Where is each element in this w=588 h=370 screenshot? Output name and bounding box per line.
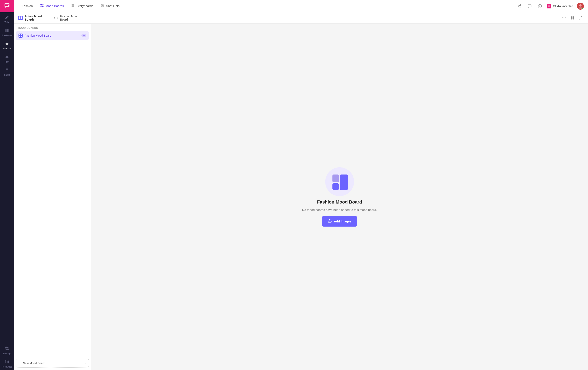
sidebar-item-plan[interactable]: Plan xyxy=(0,52,14,65)
active-mood-boards-dropdown[interactable]: Active Mood Boards ▾ xyxy=(25,15,55,21)
chevron-down-icon: ▾ xyxy=(54,16,55,19)
svg-point-25 xyxy=(579,7,582,9)
svg-point-24 xyxy=(579,4,581,6)
mood-board-item-name: Fashion Mood Board xyxy=(25,34,51,37)
svg-rect-29 xyxy=(573,18,574,20)
write-icon xyxy=(5,15,9,20)
shoot-icon xyxy=(5,68,9,73)
mb-icon-cell-3 xyxy=(332,183,339,190)
tab-fashion-label: Fashion xyxy=(22,4,33,8)
svg-rect-26 xyxy=(571,16,572,18)
play-action[interactable] xyxy=(536,3,543,10)
empty-state-title: Fashion Mood Board xyxy=(317,199,362,205)
sidebar-item-breakdown[interactable]: Breakdown xyxy=(0,25,14,39)
empty-state-icon-circle xyxy=(325,167,354,196)
mood-board-item-left: Fashion Mood Board xyxy=(19,33,51,38)
expand-button[interactable] xyxy=(577,15,584,21)
resources-icon xyxy=(5,360,9,365)
svg-rect-27 xyxy=(573,16,574,18)
mood-boards-tab-icon xyxy=(40,4,44,8)
breadcrumb-mood-board-icon xyxy=(18,16,23,20)
sidebar-item-shoot[interactable]: Shoot xyxy=(0,65,14,78)
studiobinder-logo xyxy=(547,4,551,9)
sidebar-item-resources[interactable]: Resources xyxy=(0,357,14,370)
sidebar-item-label-visualize: Visualize xyxy=(3,48,11,50)
upload-icon xyxy=(328,219,332,224)
svg-marker-22 xyxy=(539,5,541,7)
company-name: StudioBinder Inc. xyxy=(553,5,574,8)
svg-rect-0 xyxy=(5,3,9,7)
left-panel: Active Mood Boards ▾ › Fashion Mood Boar… xyxy=(14,12,91,370)
svg-rect-6 xyxy=(42,4,43,5)
new-mood-board-chevron: ▾ xyxy=(84,362,86,365)
new-mood-board-button[interactable]: + New Mood Board ▾ xyxy=(16,359,89,368)
mood-board-item-count: 0 xyxy=(81,34,86,37)
list-item[interactable]: Fashion Mood Board 0 xyxy=(16,31,89,40)
new-mood-board-label: New Mood Board xyxy=(23,361,45,365)
svg-rect-28 xyxy=(571,18,572,20)
mood-board-list: Fashion Mood Board 0 xyxy=(14,31,91,40)
sidebar-item-label-plan: Plan xyxy=(5,61,9,63)
plan-icon xyxy=(5,55,9,60)
sidebar-logo-area[interactable] xyxy=(0,0,14,12)
svg-marker-1 xyxy=(5,42,9,45)
new-mood-board-btn-left: + New Mood Board xyxy=(19,361,45,365)
more-options-button[interactable]: ··· xyxy=(561,15,567,21)
breadcrumb-current-item: Fashion Mood Board xyxy=(60,15,87,21)
empty-state: Fashion Mood Board No mood boards have b… xyxy=(302,167,377,227)
comment-action[interactable] xyxy=(526,3,533,10)
tab-shot-lists-label: Shot Lists xyxy=(106,4,119,8)
svg-rect-10 xyxy=(73,4,74,6)
tab-fashion[interactable]: Fashion xyxy=(18,0,36,12)
svg-rect-2 xyxy=(6,360,6,363)
sidebar-item-label-write: Write xyxy=(5,21,10,23)
svg-rect-3 xyxy=(7,361,7,363)
svg-rect-9 xyxy=(72,4,73,6)
sidebar-item-visualize[interactable]: Visualize xyxy=(0,39,14,52)
breakdown-icon xyxy=(5,28,9,33)
share-action[interactable] xyxy=(516,3,523,10)
user-avatar[interactable] xyxy=(577,3,584,10)
mood-board-big-icon xyxy=(332,174,347,189)
main-content: Fashion Mood Board No mood boards have b… xyxy=(91,24,588,370)
sidebar-item-settings[interactable]: Settings xyxy=(0,344,14,357)
top-nav-right: StudioBinder Inc. xyxy=(516,3,584,10)
right-section: ··· xyxy=(91,12,588,370)
right-action-bar: ··· xyxy=(91,12,588,24)
svg-rect-4 xyxy=(8,360,9,363)
tab-shot-lists[interactable]: Shot Lists xyxy=(97,0,123,12)
settings-icon xyxy=(5,347,9,352)
svg-line-19 xyxy=(519,6,520,7)
sidebar-item-write[interactable]: Write xyxy=(0,12,14,25)
tab-mood-boards-label: Mood Boards xyxy=(45,4,64,8)
top-nav: Fashion Mood Boards Storyboards Shot Lis… xyxy=(14,0,588,12)
add-images-button[interactable]: Add Images xyxy=(322,216,357,227)
grid-view-button[interactable] xyxy=(569,15,576,21)
breadcrumb-left: Active Mood Boards ▾ › Fashion Mood Boar… xyxy=(18,15,87,21)
breadcrumb-bar: Active Mood Boards ▾ › Fashion Mood Boar… xyxy=(14,12,91,24)
svg-point-14 xyxy=(102,5,103,6)
sidebar-item-label-breakdown: Breakdown xyxy=(2,34,12,37)
storyboards-tab-icon xyxy=(71,4,75,8)
content-area: Active Mood Boards ▾ › Fashion Mood Boar… xyxy=(14,12,588,370)
main-area: Fashion Mood Boards Storyboards Shot Lis… xyxy=(14,0,588,370)
sidebar-item-label-settings: Settings xyxy=(3,352,11,355)
svg-rect-5 xyxy=(41,4,42,5)
breadcrumb-dropdown-label: Active Mood Boards xyxy=(25,15,52,21)
chat-icon xyxy=(4,3,10,10)
shot-lists-tab-icon xyxy=(101,4,104,8)
breadcrumb-separator: › xyxy=(57,16,58,20)
left-panel-list-area: Mood Boards Fashion Mood Board xyxy=(14,24,91,40)
left-panel-bottom: + New Mood Board ▾ xyxy=(14,356,91,370)
tab-storyboards[interactable]: Storyboards xyxy=(68,0,97,12)
svg-rect-7 xyxy=(41,6,42,7)
tab-storyboards-label: Storyboards xyxy=(77,4,93,8)
left-panel-header: Mood Boards xyxy=(14,24,91,31)
tab-mood-boards[interactable]: Mood Boards xyxy=(36,0,67,12)
mood-board-item-icon xyxy=(19,33,23,38)
sidebar-item-label-resources: Resources xyxy=(2,366,12,368)
left-panel-spacer xyxy=(14,40,91,356)
icon-sidebar: Write Breakdown Visualize Plan Shoot Set… xyxy=(0,0,14,370)
svg-rect-12 xyxy=(73,6,74,7)
sidebar-item-label-shoot: Shoot xyxy=(4,74,10,76)
